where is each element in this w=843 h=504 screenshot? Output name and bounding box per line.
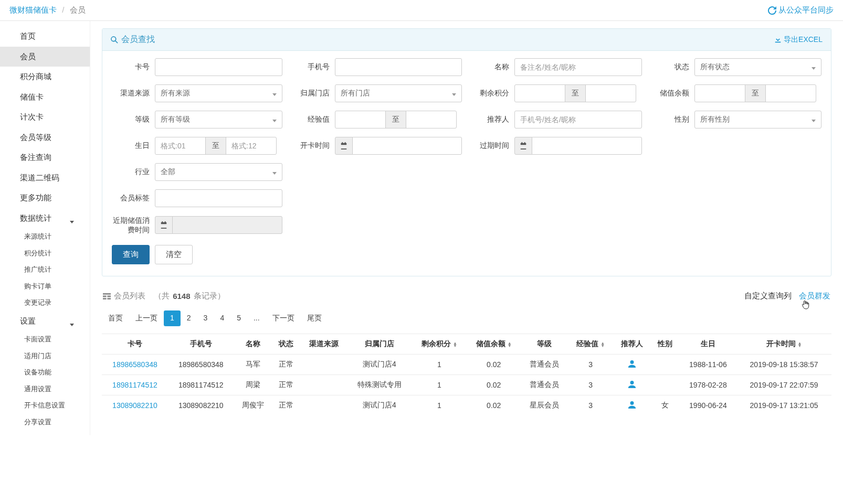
clear-button[interactable]: 清空: [155, 245, 193, 264]
points-to-input[interactable]: [585, 84, 636, 102]
referrer-cell[interactable]: [613, 395, 651, 416]
birthday-to-input[interactable]: [226, 137, 277, 155]
nav-settings[interactable]: 设置: [0, 311, 90, 331]
col-header[interactable]: 开卡时间▲▼: [736, 334, 831, 355]
nav-grade[interactable]: 会员等级: [0, 127, 90, 148]
gender-select[interactable]: 所有性别: [694, 111, 822, 128]
label-exp: 经验值: [292, 115, 330, 124]
user-icon: [628, 402, 636, 410]
nav-home[interactable]: 首页: [0, 26, 90, 47]
nav-channel-qr[interactable]: 渠道二维码: [0, 168, 90, 188]
list-title: 会员列表 （共6148 条记录）: [103, 291, 225, 301]
search-button[interactable]: 查询: [112, 245, 150, 264]
sync-link[interactable]: 从公众平台同步: [768, 5, 834, 15]
nav-stored-card[interactable]: 储值卡: [0, 87, 90, 108]
status-select[interactable]: 所有状态: [694, 58, 822, 76]
name-input[interactable]: [514, 58, 642, 76]
nav-stats-orders[interactable]: 购卡订单: [0, 278, 90, 295]
pager-page[interactable]: 2: [181, 310, 197, 326]
balance-to-input[interactable]: [765, 84, 816, 102]
col-header: 状态: [271, 334, 300, 355]
nav-stats[interactable]: 数据统计: [0, 208, 90, 229]
status-cell: 正常: [271, 355, 300, 375]
nav-more[interactable]: 更多功能: [0, 188, 90, 208]
label-open-time: 开卡时间: [292, 141, 330, 151]
points-cell: 1: [412, 375, 467, 395]
calendar-button[interactable]: [514, 137, 532, 155]
label-balance: 储值余额: [651, 89, 689, 98]
custom-columns-link[interactable]: 自定义查询列: [744, 291, 792, 301]
label-card-no: 卡号: [112, 62, 150, 72]
birthday-from-input[interactable]: [155, 137, 206, 155]
nav-set-share[interactable]: 分享设置: [0, 414, 90, 431]
nav-points-mall[interactable]: 积分商城: [0, 67, 90, 87]
pager-next[interactable]: 下一页: [266, 310, 301, 326]
nav-stats-changes[interactable]: 变更记录: [0, 294, 90, 311]
export-excel-link[interactable]: 导出EXCEL: [774, 35, 823, 45]
channel-select[interactable]: 所有来源: [155, 84, 282, 102]
exp-to-input[interactable]: [406, 111, 457, 128]
calendar-button[interactable]: [335, 137, 353, 155]
balance-from-input[interactable]: [694, 84, 745, 102]
industry-select[interactable]: 全部: [155, 163, 282, 181]
card-no-cell[interactable]: 18986580348: [102, 355, 168, 375]
label-phone: 手机号: [292, 62, 330, 72]
store-select[interactable]: 所有门店: [335, 84, 462, 102]
calendar-icon: [520, 142, 527, 149]
nav-set-store[interactable]: 适用门店: [0, 348, 90, 364]
card-no-input[interactable]: [155, 58, 282, 76]
label-channel: 渠道来源: [112, 89, 150, 98]
range-separator: 至: [745, 84, 766, 102]
range-separator: 至: [385, 111, 406, 128]
referrer-cell[interactable]: [613, 375, 651, 395]
card-no-cell[interactable]: 13089082210: [102, 395, 168, 416]
col-header[interactable]: 剩余积分▲▼: [412, 334, 467, 355]
referrer-input[interactable]: [514, 111, 642, 128]
grade-select[interactable]: 所有等级: [155, 111, 282, 128]
grade-cell: 普通会员: [521, 375, 568, 395]
points-cell: 1: [412, 355, 467, 375]
nav-member[interactable]: 会员: [0, 47, 90, 67]
col-header[interactable]: 储值余额▲▼: [467, 334, 521, 355]
pager-first[interactable]: 首页: [102, 310, 129, 326]
channel-cell: [300, 375, 347, 395]
nav-set-device[interactable]: 设备功能: [0, 364, 90, 381]
recent-input[interactable]: [172, 216, 282, 234]
tags-input[interactable]: [155, 189, 282, 207]
chevron-down-icon: [272, 89, 277, 98]
phone-cell: 13089082210: [168, 395, 234, 416]
card-no-cell[interactable]: 18981174512: [102, 375, 168, 395]
nav-set-openinfo[interactable]: 开卡信息设置: [0, 397, 90, 414]
col-header[interactable]: 经验值▲▼: [568, 334, 614, 355]
mass-send-link[interactable]: 会员群发: [799, 291, 830, 301]
nav-stats-points[interactable]: 积分统计: [0, 245, 90, 262]
col-header: 名称: [234, 334, 272, 355]
breadcrumb-root[interactable]: 微财猫储值卡: [9, 5, 57, 14]
nav-remark-query[interactable]: 备注查询: [0, 147, 90, 168]
col-header: 等级: [521, 334, 568, 355]
pager-prev[interactable]: 上一页: [129, 310, 164, 326]
phone-input[interactable]: [335, 58, 462, 76]
sort-icon: ▲▼: [798, 342, 802, 347]
points-from-input[interactable]: [514, 84, 565, 102]
sort-icon: ▲▼: [508, 342, 512, 347]
birthday-cell: 1990-06-24: [680, 395, 736, 416]
pager-page[interactable]: ...: [247, 310, 266, 326]
open-time-input[interactable]: [352, 137, 462, 155]
nav-set-general[interactable]: 通用设置: [0, 381, 90, 398]
pager-page[interactable]: 4: [214, 310, 230, 326]
search-panel: 会员查找 导出EXCEL 卡号 手机号 名称 状态所有状态 渠道来源所有来源 归…: [102, 28, 831, 276]
referrer-cell[interactable]: [613, 355, 651, 375]
pager-page[interactable]: 5: [230, 310, 247, 326]
expire-time-input[interactable]: [532, 137, 641, 155]
calendar-button[interactable]: [155, 216, 173, 234]
nav-stats-source[interactable]: 来源统计: [0, 228, 90, 245]
nav-count-card[interactable]: 计次卡: [0, 107, 90, 127]
pager-page[interactable]: 3: [197, 310, 214, 326]
exp-cell: 3: [568, 395, 614, 416]
exp-from-input[interactable]: [335, 111, 386, 128]
pager-page[interactable]: 1: [164, 310, 181, 326]
nav-stats-promo[interactable]: 推广统计: [0, 261, 90, 278]
pager-last[interactable]: 尾页: [301, 310, 328, 326]
nav-set-card[interactable]: 卡面设置: [0, 331, 90, 348]
